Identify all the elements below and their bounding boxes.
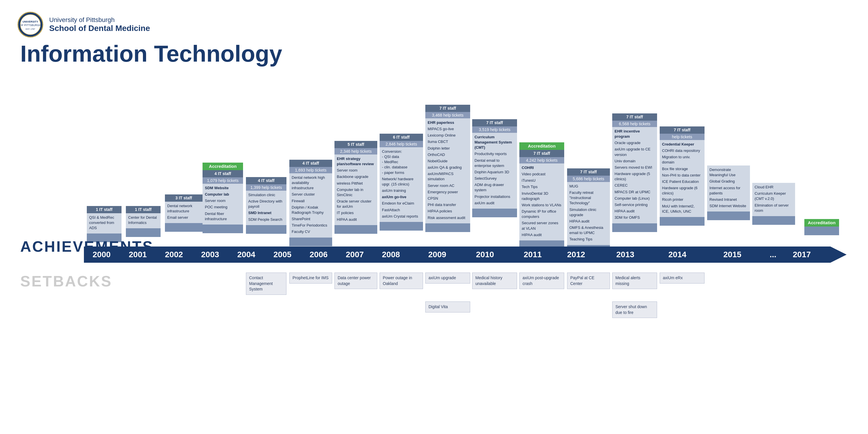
year-2017: 2017 — [793, 250, 811, 259]
col-2006-content: EHR strategy plan/software review Server… — [335, 155, 377, 225]
header-text: University of Pittsburgh School of Denta… — [49, 16, 150, 33]
col-2008-content: EHR paperless MIPACS go-live Lexicomp On… — [425, 118, 470, 223]
year-2014: 2014 — [669, 250, 686, 259]
year-2015: 2015 — [723, 250, 741, 259]
col-2008-staff: 7 IT staff — [425, 105, 470, 112]
col-2007-tickets: 2,846 help tickets — [380, 141, 423, 147]
col-2010-accreditation: Accreditation — [519, 142, 564, 150]
col-2000: 1 IT staff QSI & MedRec converted from A… — [87, 206, 122, 242]
col-2004-tickets: 1,399 help tickets — [246, 184, 286, 191]
year-2011: 2011 — [524, 250, 541, 259]
year-2010: 2010 — [476, 250, 494, 259]
col-2013-tickets: help tickets — [660, 134, 705, 140]
year-2002: 2002 — [165, 250, 183, 259]
setback-2010: axiUm post-upgrade crash — [519, 273, 564, 289]
col-2002: 3 IT staff Dental network infrastructure… — [165, 194, 203, 232]
year-2003: 2003 — [201, 250, 219, 259]
col-2002-content: Dental network infrastructure Email serv… — [165, 202, 203, 223]
col-2007-content: Conversion:- QSI data- MedRec- clin. dat… — [380, 147, 423, 222]
col-2008: 7 IT staff 3,468 help tickets EHR paperl… — [425, 105, 470, 232]
col-2005-tickets: 1,693 help tickets — [289, 167, 332, 173]
achievements-label: ACHIEVEMENTS — [20, 238, 154, 255]
setback-2011: PayPal at CE Center — [567, 273, 610, 289]
col-2010: Accreditation 7 IT staff 4,242 help tick… — [519, 142, 564, 249]
col-2003-accreditation: Accreditation — [203, 163, 243, 170]
university-logo: UNIVERSITY OF PITTSBURGH EST. 1787 — [18, 11, 43, 38]
col-2010-content: COHRI Video podcast iTunesU Tech Tips In… — [519, 163, 564, 241]
col-2003-tickets: 1,079 help tickets — [203, 177, 243, 184]
col-2003-staff: 4 IT staff — [203, 170, 243, 177]
timeline-bar: 2000 2001 2002 2003 2004 2005 2006 2007 … — [84, 247, 830, 263]
col-2008-tickets: 3,468 help tickets — [425, 112, 470, 118]
col-2004-content: Simulation clinic Active Directory with … — [246, 191, 286, 225]
col-2012-content: EHR incentive program Oracle upgrade axi… — [612, 127, 657, 223]
col-2011-staff: 7 IT staff — [567, 168, 610, 176]
col-2005-staff: 4 IT staff — [289, 160, 332, 167]
setback-2009: Medical history unavailable — [472, 273, 517, 289]
setback-2012-2: Server shut down due to fire — [612, 302, 657, 318]
year-2004: 2004 — [237, 250, 255, 259]
col-2015: Cloud EHR Curriculum Keeper (CMT v.2.0) … — [752, 183, 795, 225]
col-2011-content: MUG Faculty retreat "Instructional Techn… — [567, 182, 610, 245]
col-2012-tickets: 6,568 help tickets — [612, 121, 657, 127]
school-name: School of Dental Medicine — [49, 24, 150, 33]
timeline-container: ACHIEVEMENTS 2000 2001 2002 2003 2004 20… — [18, 76, 850, 394]
university-name: University of Pittsburgh — [49, 16, 150, 24]
col-2006: 5 IT staff 2,346 help tickets EHR strate… — [335, 141, 377, 234]
col-2017: Accreditation — [804, 219, 839, 235]
col-2014-content: Demonstrate Meaningful Use Global Gradin… — [707, 165, 750, 212]
col-2003-content: SDM Website Computer lab Server room POC… — [203, 184, 243, 224]
col-2003: Accreditation 4 IT staff 1,079 help tick… — [203, 163, 243, 233]
col-2014: Demonstrate Meaningful Use Global Gradin… — [707, 165, 750, 220]
col-2009-staff: 7 IT staff — [472, 119, 517, 126]
col-2007: 6 IT staff 2,846 help tickets Conversion… — [380, 134, 423, 230]
setback-2007: Power outage in Oakland — [380, 273, 423, 289]
col-2001: 1 IT staff Center for Dental Informatics — [126, 206, 161, 237]
col-2012: 7 IT staff 6,568 help tickets EHR incent… — [612, 114, 657, 232]
col-2009-tickets: 3,519 help tickets — [472, 126, 517, 133]
year-2006: 2006 — [310, 250, 328, 259]
col-2001-staff: 1 IT staff — [126, 206, 161, 213]
year-2012: 2012 — [567, 250, 585, 259]
col-2011: 7 IT staff 5,686 help tickets MUG Facult… — [567, 168, 610, 254]
col-2004-staff: 4 IT staff — [246, 177, 286, 184]
col-2000-content: QSI & MedRec converted from ADS — [87, 213, 122, 234]
col-2015-content: Cloud EHR Curriculum Keeper (CMT v.2.0) … — [752, 183, 795, 216]
page-title: Information Technology — [20, 40, 850, 67]
setback-2005: ProphetLine for IMS — [289, 273, 332, 283]
col-2013-staff: 7 IT staff — [660, 126, 705, 134]
col-2000-staff: 1 IT staff — [87, 206, 122, 213]
year-2005: 2005 — [273, 250, 291, 259]
setback-2012-1: Medical alerts missing — [612, 273, 657, 289]
col-2006-tickets: 2,346 help tickets — [335, 148, 377, 155]
col-2013: 7 IT staff help tickets Credential Keepe… — [660, 126, 705, 226]
svg-text:UNIVERSITY: UNIVERSITY — [23, 20, 38, 23]
header: UNIVERSITY OF PITTSBURGH EST. 1787 Unive… — [18, 11, 850, 38]
col-2005-content: Dental network high availability infrast… — [289, 173, 332, 238]
col-2006-staff: 5 IT staff — [335, 141, 377, 148]
col-2002-staff: 3 IT staff — [165, 194, 203, 202]
col-2017-accreditation: Accreditation — [804, 219, 839, 226]
year-ellipsis: ... — [770, 250, 776, 259]
year-2013: 2013 — [616, 250, 634, 259]
svg-text:EST. 1787: EST. 1787 — [26, 28, 35, 30]
col-2013-content: Credential Keeper COHRI data repository … — [660, 140, 705, 217]
year-2008: 2008 — [382, 250, 400, 259]
setback-2008-2: Digital Vita — [425, 302, 470, 312]
setback-2004: Contact Management System — [246, 273, 286, 295]
col-2011-tickets: 5,686 help tickets — [567, 176, 610, 182]
page: UNIVERSITY OF PITTSBURGH EST. 1787 Unive… — [0, 0, 868, 434]
col-2010-staff: 7 IT staff — [519, 150, 564, 157]
col-2009-content: Curriculum Management System (CMT) Produ… — [472, 133, 517, 209]
setbacks-label: SETBACKS — [20, 273, 112, 290]
col-2010-tickets: 4,242 help tickets — [519, 157, 564, 163]
col-2012-staff: 7 IT staff — [612, 114, 657, 121]
col-2005: 4 IT staff 1,693 help tickets Dental net… — [289, 160, 332, 246]
setback-2013: axiUm eRx — [660, 273, 705, 283]
year-2009: 2009 — [428, 250, 446, 259]
setback-2006: Data center power outage — [335, 273, 377, 289]
col-2009: 7 IT staff 3,519 help tickets Curriculum… — [472, 119, 517, 217]
col-2001-content: Center for Dental Informatics — [126, 213, 161, 228]
year-2007: 2007 — [346, 250, 364, 259]
col-2007-staff: 6 IT staff — [380, 134, 423, 141]
